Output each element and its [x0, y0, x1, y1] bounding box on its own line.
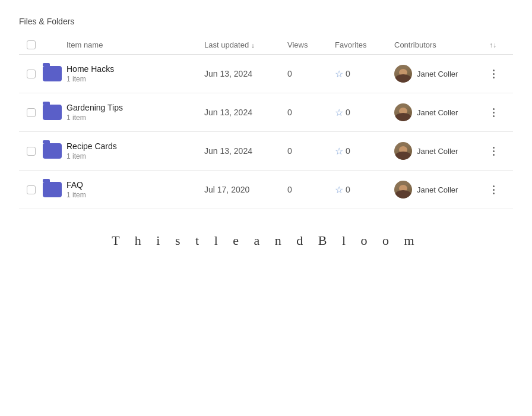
dot-icon: [493, 73, 495, 75]
item-name[interactable]: FAQ: [66, 180, 204, 190]
star-icon[interactable]: ☆: [335, 107, 343, 118]
dot-icon: [493, 193, 495, 194]
item-contributors: Janet Coller: [394, 103, 489, 121]
dot-icon: [493, 147, 495, 149]
favorites-column-header: Favorites: [335, 40, 394, 49]
item-favorites[interactable]: ☆ 0: [335, 107, 394, 118]
brand-footer: T h i s t l e a n d B l o o m: [0, 209, 532, 260]
avatar: [394, 65, 412, 83]
row-checkbox-col[interactable]: [19, 185, 43, 194]
item-views: 0: [287, 108, 335, 117]
contributor-name: Janet Coller: [417, 70, 458, 78]
contributors-column-header: Contributors: [394, 40, 489, 49]
star-icon[interactable]: ☆: [335, 184, 343, 196]
dot-icon: [493, 189, 495, 191]
folder-icon-col: [43, 143, 66, 159]
item-updated: Jun 13, 2024: [204, 108, 287, 117]
dot-icon: [493, 112, 495, 114]
item-name[interactable]: Recipe Cards: [66, 141, 204, 151]
select-all-checkbox[interactable]: [27, 40, 36, 49]
dot-icon: [493, 115, 495, 117]
row-checkbox[interactable]: [27, 70, 36, 78]
folder-icon-col: [43, 105, 66, 120]
fav-count: 0: [346, 146, 350, 156]
sort-arrows-col[interactable]: ↑↓: [489, 40, 513, 49]
more-options-button[interactable]: [489, 144, 498, 158]
item-updated: Jun 13, 2024: [204, 146, 287, 156]
item-count: 1 item: [66, 152, 204, 160]
row-checkbox[interactable]: [27, 185, 36, 194]
dot-icon: [493, 150, 495, 152]
item-updated: Jul 17, 2020: [204, 185, 287, 194]
folder-icon-col: [43, 182, 66, 197]
table-body: Home Hacks 1 item Jun 13, 2024 0 ☆ 0 Jan…: [19, 55, 513, 209]
row-actions-col[interactable]: [489, 144, 513, 158]
fav-count: 0: [346, 69, 350, 78]
row-actions-col[interactable]: [489, 106, 513, 119]
row-checkbox-col[interactable]: [19, 70, 43, 78]
views-column-header: Views: [287, 40, 335, 49]
contributor-name: Janet Coller: [417, 108, 458, 117]
folder-icon: [43, 182, 62, 197]
dot-icon: [493, 77, 495, 78]
item-contributors: Janet Coller: [394, 142, 489, 160]
row-actions-col[interactable]: [489, 183, 513, 197]
row-actions-col[interactable]: [489, 67, 513, 81]
item-name-col: Home Hacks 1 item: [66, 64, 204, 83]
name-column-header: Item name: [66, 40, 204, 49]
item-updated: Jun 13, 2024: [204, 69, 287, 78]
row-checkbox[interactable]: [27, 147, 36, 156]
contributor-name: Janet Coller: [417, 185, 458, 194]
more-options-button[interactable]: [489, 183, 498, 197]
item-favorites[interactable]: ☆ 0: [335, 68, 394, 80]
item-views: 0: [287, 146, 335, 156]
table-row: FAQ 1 item Jul 17, 2020 0 ☆ 0 Janet Coll…: [19, 171, 513, 209]
updated-column-header[interactable]: Last updated ↓: [204, 40, 287, 49]
item-favorites[interactable]: ☆ 0: [335, 184, 394, 196]
dot-icon: [493, 108, 495, 110]
dot-icon: [493, 154, 495, 156]
page-title: Files & Folders: [0, 0, 532, 36]
table-row: Recipe Cards 1 item Jun 13, 2024 0 ☆ 0 J…: [19, 132, 513, 171]
files-table: Item name Last updated ↓ Views Favorites…: [0, 36, 532, 209]
dot-icon: [493, 185, 495, 187]
dot-icon: [493, 70, 495, 71]
updated-label: Last updated: [204, 40, 249, 49]
folder-icon: [43, 105, 62, 120]
item-count: 1 item: [66, 191, 204, 199]
folder-icon: [43, 66, 62, 81]
item-favorites[interactable]: ☆ 0: [335, 146, 394, 157]
avatar: [394, 142, 412, 160]
sort-arrows-icon[interactable]: ↑↓: [489, 41, 496, 49]
row-checkbox-col[interactable]: [19, 147, 43, 156]
item-name[interactable]: Home Hacks: [66, 64, 204, 74]
item-name[interactable]: Gardening Tips: [66, 103, 204, 112]
folder-icon-col: [43, 66, 66, 81]
item-contributors: Janet Coller: [394, 65, 489, 83]
fav-count: 0: [346, 108, 350, 117]
item-name-col: FAQ 1 item: [66, 180, 204, 199]
more-options-button[interactable]: [489, 67, 498, 81]
fav-count: 0: [346, 185, 350, 194]
star-icon[interactable]: ☆: [335, 68, 343, 80]
select-all-checkbox-col[interactable]: [19, 40, 43, 49]
star-icon[interactable]: ☆: [335, 146, 343, 157]
item-count: 1 item: [66, 75, 204, 83]
folder-icon: [43, 143, 62, 159]
item-name-col: Recipe Cards 1 item: [66, 141, 204, 160]
row-checkbox[interactable]: [27, 108, 36, 117]
item-contributors: Janet Coller: [394, 181, 489, 198]
avatar: [394, 103, 412, 121]
item-name-col: Gardening Tips 1 item: [66, 103, 204, 122]
sort-down-icon: ↓: [251, 42, 255, 49]
item-views: 0: [287, 185, 335, 194]
item-views: 0: [287, 69, 335, 78]
avatar: [394, 181, 412, 198]
item-count: 1 item: [66, 114, 204, 122]
contributor-name: Janet Coller: [417, 147, 458, 156]
row-checkbox-col[interactable]: [19, 108, 43, 117]
table-row: Gardening Tips 1 item Jun 13, 2024 0 ☆ 0…: [19, 93, 513, 132]
table-row: Home Hacks 1 item Jun 13, 2024 0 ☆ 0 Jan…: [19, 55, 513, 93]
table-header: Item name Last updated ↓ Views Favorites…: [19, 36, 513, 55]
more-options-button[interactable]: [489, 106, 498, 119]
